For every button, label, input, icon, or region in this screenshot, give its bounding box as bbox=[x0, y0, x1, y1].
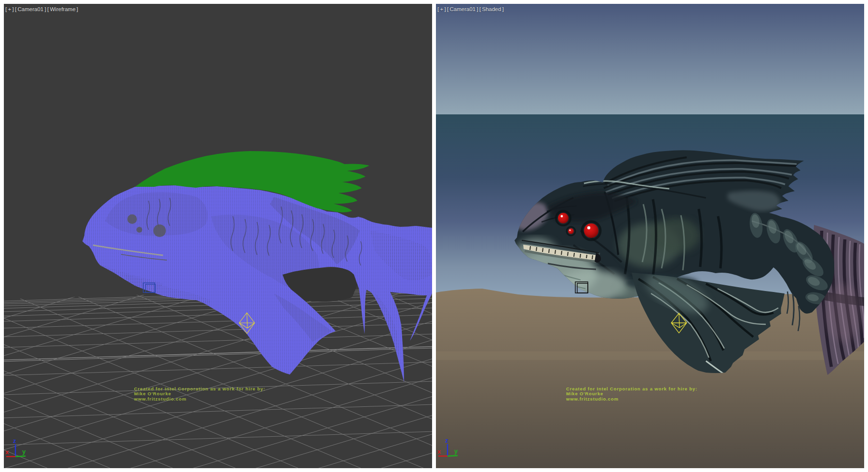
svg-text:z: z bbox=[13, 437, 16, 444]
svg-text:z: z bbox=[445, 437, 448, 444]
svg-text:x: x bbox=[437, 448, 441, 455]
svg-text:y: y bbox=[22, 448, 26, 455]
svg-text:y: y bbox=[454, 447, 458, 455]
svg-text:x: x bbox=[5, 448, 9, 456]
